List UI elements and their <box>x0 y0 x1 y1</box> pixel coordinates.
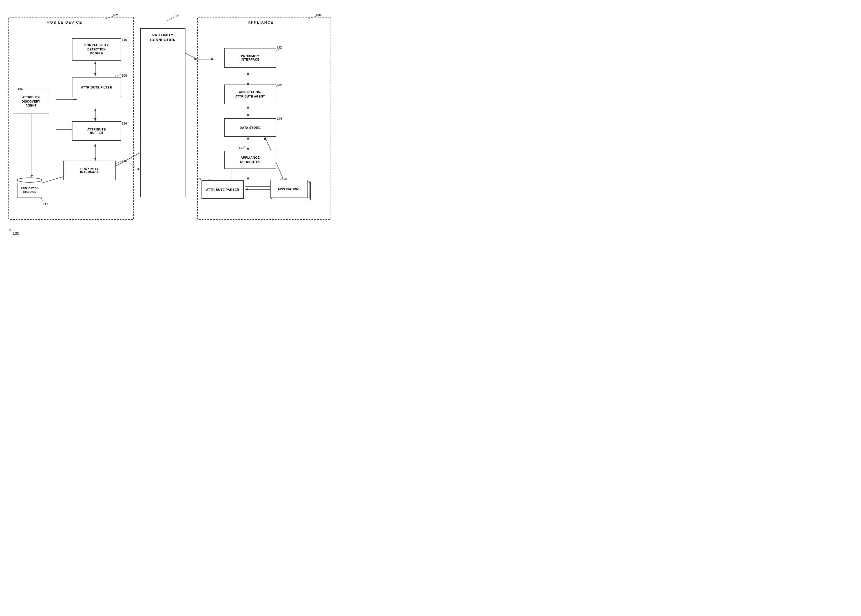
attribute-parser-box: ATTRIBUTE PARSER <box>201 180 244 199</box>
ref-114: 114 <box>122 122 127 125</box>
ref-132: 132 <box>277 83 282 86</box>
ref-112: 112 <box>43 202 48 206</box>
ref-124: 124 <box>277 117 282 120</box>
attribute-parser-label: ATTRIBUTE PARSER <box>206 188 239 191</box>
data-store-label: DATA STORE <box>240 126 261 129</box>
ref-134: 134 <box>17 87 22 91</box>
diagram-container: MOBILE DEVICE 102 PROXIMITY CONNECTION 1… <box>0 0 338 242</box>
attribute-discovery-label: ATTRIBUTE DISCOVERY AGENT <box>22 95 40 108</box>
proximity-interface-mobile-box: PROXIMITY INTERFACE <box>63 160 116 180</box>
appliance-attributes-label: APPLIANCE ATTRIBUTES <box>240 156 261 164</box>
applications-label: APPLICATIONS <box>278 187 300 191</box>
ref-104: 104 <box>174 14 179 17</box>
compatibility-detection-box: COMPATIBILITY DETECTION MODULE <box>72 38 121 61</box>
ref-126: 126 <box>239 146 244 150</box>
proximity-connection-box: PROXIMITY CONNECTION <box>140 28 185 197</box>
proximity-interface-appliance-label: PROXIMITY INTERFACE <box>241 54 259 61</box>
attribute-filter-label: ATTRIBUTE FILTER <box>81 86 112 89</box>
cylinder-top <box>17 178 42 182</box>
ref-108: 108 <box>122 74 127 77</box>
proximity-interface-mobile-label: PROXIMITY INTERFACE <box>80 167 99 174</box>
ref-122: 122 <box>277 46 282 49</box>
proximity-interface-appliance-box: PROXIMITY INTERFACE <box>224 48 276 68</box>
ref-110: 110 <box>122 38 127 41</box>
applications-stacked: APPLICATIONS <box>270 180 311 201</box>
compatibility-detection-label: COMPATIBILITY DETECTION MODULE <box>84 43 109 55</box>
attribute-buffer-box: ATTRIBUTE BUFFER <box>72 121 121 141</box>
svg-line-45 <box>166 17 175 21</box>
data-store-box: DATA STORE <box>224 118 276 137</box>
attribute-filter-box: ATTRIBUTE FILTER <box>72 77 121 97</box>
ref-130: 130 <box>197 178 203 181</box>
figure-100-arrow: ↗ <box>8 228 12 232</box>
app-attribute-agent-box: APPLICATION/ ATTRIBUTE AGENT <box>224 85 276 104</box>
attribute-buffer-label: ATTRIBUTE BUFFER <box>87 128 106 134</box>
cylinder-body: APPLICATION STORAGE <box>17 182 42 198</box>
appliance-title: APPLIANCE <box>248 20 273 25</box>
applications-page-front: APPLICATIONS <box>270 180 308 198</box>
svg-marker-63 <box>195 58 197 60</box>
application-storage-cylinder: APPLICATION STORAGE <box>17 178 42 198</box>
svg-marker-19 <box>138 168 140 170</box>
attribute-discovery-box: ATTRIBUTE DISCOVERY AGENT <box>13 89 49 114</box>
ref-118: 118 <box>130 166 135 170</box>
proximity-connection-label: PROXIMITY CONNECTION <box>150 33 176 42</box>
ref-102: 102 <box>113 14 118 17</box>
app-attribute-agent-label: APPLICATION/ ATTRIBUTE AGENT <box>235 90 265 98</box>
ref-128: 128 <box>282 178 287 181</box>
figure-number: 100 <box>13 231 19 236</box>
appliance-attributes-box: APPLIANCE ATTRIBUTES <box>224 151 276 169</box>
application-storage-label: APPLICATION STORAGE <box>20 187 39 193</box>
ref-116: 116 <box>122 159 127 163</box>
mobile-device-title: MOBILE DEVICE <box>47 20 82 25</box>
ref-106: 106 <box>316 14 321 17</box>
